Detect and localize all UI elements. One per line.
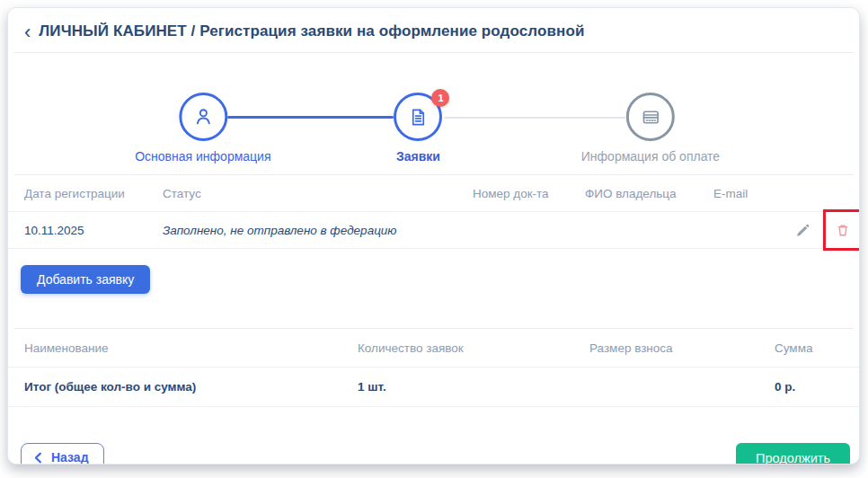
applications-table-header: Дата регистрации Статус Номер док-та ФИО… bbox=[8, 175, 859, 211]
column-header-owner-name: ФИО владельца bbox=[585, 187, 713, 200]
column-header-status: Статус bbox=[163, 187, 473, 200]
back-chevron-icon[interactable]: ‹ bbox=[24, 24, 31, 40]
column-header-doc-number: Номер док-та bbox=[473, 187, 585, 200]
stepper: Основная информация 1 Заявки bbox=[8, 53, 859, 174]
main-card: ‹ ЛИЧНЫЙ КАБИНЕТ / Регистрация заявки на… bbox=[7, 7, 860, 465]
trash-icon bbox=[835, 222, 851, 238]
summary-total: 0 р. bbox=[775, 380, 843, 394]
column-header-email: E-mail bbox=[713, 187, 794, 200]
footer: Назад Продолжить bbox=[8, 407, 859, 465]
edit-button[interactable] bbox=[794, 222, 811, 239]
add-application-button[interactable]: Добавить заявку bbox=[21, 265, 150, 294]
summary-count: 1 шт. bbox=[358, 380, 589, 394]
pencil-icon bbox=[794, 222, 811, 239]
step-applications-label: Заявки bbox=[396, 149, 440, 164]
summary-table-header: Наименование Количество заявок Размер вз… bbox=[8, 329, 859, 367]
continue-button[interactable]: Продолжить bbox=[736, 443, 850, 465]
page-header: ‹ ЛИЧНЫЙ КАБИНЕТ / Регистрация заявки на… bbox=[8, 8, 859, 52]
application-status: Заполнено, не отправлено в федерацию bbox=[163, 224, 473, 237]
back-button-label: Назад bbox=[51, 450, 89, 465]
summary-table-row: Итог (общее кол-во и сумма) 1 шт. 0 р. bbox=[8, 367, 859, 406]
application-table-row: 10.11.2025 Заполнено, не отправлено в фе… bbox=[8, 212, 859, 248]
divider bbox=[8, 248, 859, 249]
application-date: 10.11.2025 bbox=[24, 224, 163, 237]
column-header-fee: Размер взноса bbox=[589, 341, 775, 355]
step-basic-info-label: Основная информация bbox=[135, 149, 270, 164]
user-icon bbox=[179, 93, 227, 141]
summary-name: Итог (общее кол-во и сумма) bbox=[24, 380, 358, 394]
step-applications-badge: 1 bbox=[431, 89, 449, 107]
step-payment-info[interactable]: Информация об оплате bbox=[581, 93, 720, 164]
step-payment-info-label: Информация об оплате bbox=[581, 149, 720, 164]
chevron-left-icon bbox=[33, 452, 43, 464]
document-icon: 1 bbox=[394, 93, 442, 141]
page-title: ЛИЧНЫЙ КАБИНЕТ / Регистрация заявки на о… bbox=[39, 22, 584, 40]
highlight-box bbox=[823, 209, 860, 251]
column-header-count: Количество заявок bbox=[358, 341, 589, 355]
column-header-date: Дата регистрации bbox=[24, 187, 163, 200]
step-basic-info[interactable]: Основная информация bbox=[135, 93, 270, 164]
step-applications[interactable]: 1 Заявки bbox=[394, 93, 442, 164]
credit-card-icon bbox=[626, 93, 675, 141]
delete-button[interactable] bbox=[835, 222, 851, 238]
column-header-name: Наименование bbox=[24, 341, 358, 355]
back-button[interactable]: Назад bbox=[21, 443, 104, 465]
column-header-total: Сумма bbox=[775, 341, 843, 355]
